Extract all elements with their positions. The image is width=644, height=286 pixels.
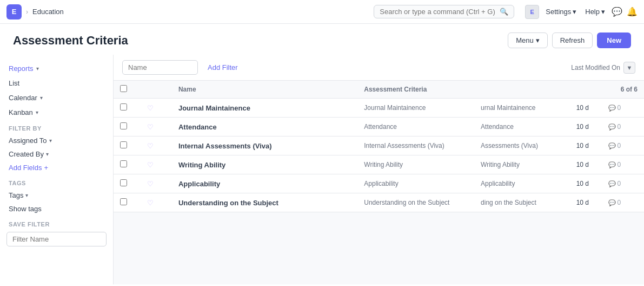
favorite-icon[interactable]: ♡ bbox=[147, 142, 154, 150]
favorite-icon[interactable]: ♡ bbox=[147, 180, 154, 188]
row-checkbox[interactable] bbox=[120, 103, 127, 110]
row-name: Applicability bbox=[172, 174, 357, 193]
row-name: Journal Maintainence bbox=[172, 99, 357, 118]
add-fields-button[interactable]: Add Fields + bbox=[0, 161, 113, 174]
row-extra: ding on the Subject bbox=[474, 193, 570, 212]
kanban-label: Kanban bbox=[9, 108, 33, 116]
search-icon: 🔍 bbox=[500, 8, 508, 16]
row-comments: 💬 0 bbox=[602, 174, 644, 193]
nav-right: E Settings ▾ Help ▾ 💬 🔔 bbox=[525, 5, 638, 19]
sidebar-item-calendar[interactable]: Calendar ▾ bbox=[0, 90, 113, 105]
row-criteria: Internal Assessments (Viva) bbox=[357, 136, 474, 155]
favorite-icon[interactable]: ♡ bbox=[147, 161, 154, 169]
filter-by-label: FILTER BY bbox=[0, 120, 113, 134]
new-button[interactable]: New bbox=[597, 32, 631, 48]
row-comments: 💬 0 bbox=[602, 193, 644, 212]
col-name-header: Name bbox=[172, 81, 357, 99]
row-comments: 💬 0 bbox=[602, 136, 644, 155]
row-comments: 💬 0 bbox=[602, 99, 644, 118]
comment-count: 0 bbox=[618, 180, 621, 187]
row-criteria: Writing Ability bbox=[357, 155, 474, 174]
assigned-to-label: Assigned To bbox=[9, 136, 47, 145]
menu-button[interactable]: Menu ▾ bbox=[508, 32, 548, 48]
row-duration: 10 d bbox=[570, 155, 602, 174]
main-content: Add Filter Last Modified On ▼ Name Asses… bbox=[114, 55, 644, 284]
last-modified-label: Last Modified On bbox=[571, 64, 620, 72]
filter-bar-right: Last Modified On ▼ bbox=[571, 62, 635, 74]
top-nav: E › Education 🔍 E Settings ▾ Help ▾ 💬 🔔 bbox=[0, 0, 644, 24]
filter-bar: Add Filter Last Modified On ▼ bbox=[114, 55, 644, 81]
page-title: Assessment Criteria bbox=[13, 34, 128, 48]
row-extra: Applicability bbox=[474, 174, 570, 193]
table-header-row: Name Assessment Criteria 6 of 6 bbox=[114, 81, 644, 99]
table-row: ♡ Applicability Applicability Applicabil… bbox=[114, 174, 644, 193]
comment-count: 0 bbox=[618, 161, 621, 168]
tags-filter[interactable]: Tags ▾ bbox=[0, 188, 113, 202]
row-checkbox[interactable] bbox=[120, 122, 127, 129]
table-row: ♡ Attendance Attendance Attendance 10 d … bbox=[114, 118, 644, 136]
help-label: Help bbox=[585, 8, 600, 16]
favorite-icon[interactable]: ♡ bbox=[147, 123, 154, 131]
table-row: ♡ Writing Ability Writing Ability Writin… bbox=[114, 155, 644, 174]
filter-name-input[interactable] bbox=[6, 232, 107, 246]
comment-count: 0 bbox=[618, 199, 621, 206]
row-criteria: Understanding on the Subject bbox=[357, 193, 474, 212]
header-actions: Menu ▾ Refresh New bbox=[508, 32, 631, 48]
row-duration: 10 d bbox=[570, 99, 602, 118]
table-row: ♡ Understanding on the Subject Understan… bbox=[114, 193, 644, 212]
favorite-icon[interactable]: ♡ bbox=[147, 104, 154, 112]
add-filter-button[interactable]: Add Filter bbox=[202, 61, 243, 74]
row-checkbox[interactable] bbox=[120, 179, 127, 186]
settings-button[interactable]: Settings ▾ bbox=[543, 5, 579, 18]
app-icon[interactable]: E bbox=[6, 4, 22, 20]
row-checkbox[interactable] bbox=[120, 160, 127, 167]
refresh-button[interactable]: Refresh bbox=[552, 32, 593, 48]
menu-arrow: ▾ bbox=[536, 36, 540, 44]
breadcrumb-text[interactable]: Education bbox=[32, 8, 64, 16]
table-body: ♡ Journal Maintainence Journal Maintaine… bbox=[114, 99, 644, 212]
sidebar-item-reports[interactable]: Reports ▾ bbox=[0, 61, 113, 76]
row-name: Internal Assessments (Viva) bbox=[172, 136, 357, 155]
row-duration: 10 d bbox=[570, 118, 602, 136]
bell-icon[interactable]: 🔔 bbox=[627, 6, 638, 17]
row-name: Attendance bbox=[172, 118, 357, 136]
row-checkbox[interactable] bbox=[120, 141, 127, 148]
table-row: ♡ Journal Maintainence Journal Maintaine… bbox=[114, 99, 644, 118]
created-by-filter[interactable]: Created By ▾ bbox=[0, 147, 113, 161]
row-extra: Writing Ability bbox=[474, 155, 570, 174]
kanban-arrow: ▾ bbox=[36, 109, 38, 115]
row-comments: 💬 0 bbox=[602, 118, 644, 136]
sort-icon[interactable]: ▼ bbox=[623, 62, 635, 74]
comment-icon: 💬 bbox=[608, 123, 616, 131]
row-duration: 10 d bbox=[570, 136, 602, 155]
comment-count: 0 bbox=[618, 142, 621, 150]
sidebar-item-list[interactable]: List bbox=[0, 76, 113, 90]
col-criteria-header: Assessment Criteria bbox=[357, 81, 474, 99]
row-criteria: Journal Maintainence bbox=[357, 99, 474, 118]
nav-avatar[interactable]: E bbox=[525, 5, 539, 19]
tags-section-label: TAGS bbox=[0, 174, 113, 188]
search-bar[interactable]: 🔍 bbox=[374, 5, 514, 18]
created-by-label: Created By bbox=[9, 150, 44, 158]
comment-icon: 💬 bbox=[608, 199, 616, 206]
settings-arrow: ▾ bbox=[573, 8, 576, 16]
row-duration: 10 d bbox=[570, 193, 602, 212]
name-filter-input[interactable] bbox=[122, 60, 198, 75]
calendar-arrow: ▾ bbox=[40, 95, 43, 101]
row-extra: urnal Maintainence bbox=[474, 99, 570, 118]
chat-icon[interactable]: 💬 bbox=[612, 6, 622, 17]
sidebar: Reports ▾ List Calendar ▾ Kanban ▾ FILTE… bbox=[0, 55, 114, 284]
help-button[interactable]: Help ▾ bbox=[583, 5, 607, 18]
comment-icon: 💬 bbox=[608, 180, 616, 187]
assigned-to-filter[interactable]: Assigned To ▾ bbox=[0, 134, 113, 147]
list-label: List bbox=[9, 79, 19, 87]
row-checkbox[interactable] bbox=[120, 198, 127, 205]
sidebar-item-kanban[interactable]: Kanban ▾ bbox=[0, 105, 113, 120]
comment-icon: 💬 bbox=[608, 105, 616, 112]
tags-label: Tags bbox=[9, 191, 23, 199]
menu-label: Menu bbox=[516, 36, 534, 44]
search-input[interactable] bbox=[380, 8, 496, 16]
favorite-icon[interactable]: ♡ bbox=[147, 199, 154, 207]
show-tags-item[interactable]: Show tags bbox=[0, 202, 113, 216]
select-all-checkbox[interactable] bbox=[120, 85, 127, 92]
